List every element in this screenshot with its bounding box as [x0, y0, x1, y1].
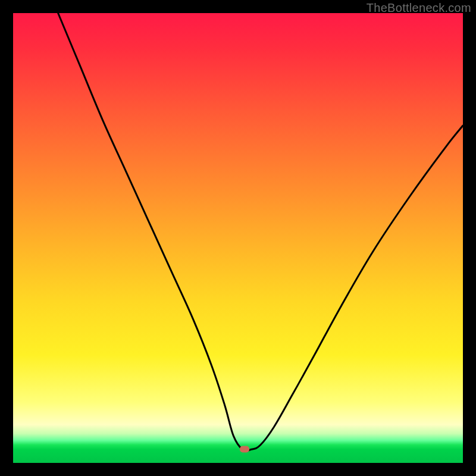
curve-path	[58, 13, 463, 450]
plot-area	[13, 13, 463, 463]
chart-frame: TheBottleneck.com	[0, 0, 476, 476]
optimal-point-marker	[240, 446, 249, 453]
watermark-text: TheBottleneck.com	[367, 1, 471, 15]
bottleneck-curve	[13, 13, 463, 463]
